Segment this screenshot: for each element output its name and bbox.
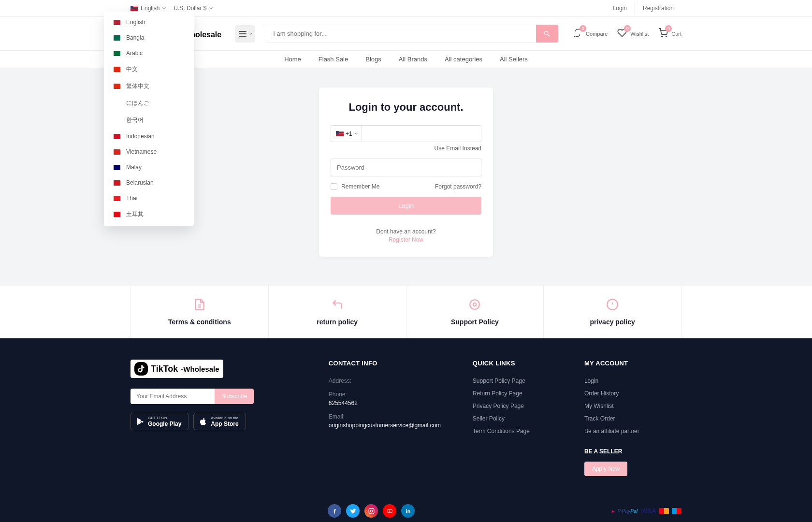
language-option[interactable]: 한국어 xyxy=(104,112,194,129)
login-link[interactable]: Login xyxy=(605,3,635,14)
google-play-top: GET IT ON xyxy=(148,416,167,420)
instagram-link[interactable] xyxy=(364,504,378,518)
language-option[interactable]: 繁体中文 xyxy=(104,78,194,95)
subscribe-button[interactable]: Subscribe xyxy=(215,389,254,404)
wishlist-label: Wishlist xyxy=(630,31,649,37)
policy-label: return policy xyxy=(274,318,401,326)
footer-link[interactable]: My Wishlist xyxy=(584,403,682,409)
language-option-label: 土耳其 xyxy=(126,210,144,218)
google-play-button[interactable]: GET IT ONGoogle Play xyxy=(130,413,188,430)
categories-toggle[interactable] xyxy=(235,25,255,43)
footer-link[interactable]: Privacy Policy Page xyxy=(473,403,570,409)
nav-link[interactable]: Blogs xyxy=(365,56,381,63)
footer-link[interactable]: Return Policy Page xyxy=(473,390,570,397)
wishlist-count-badge: 0 xyxy=(624,25,631,32)
wishlist-action[interactable]: 0 Wishlist xyxy=(617,28,649,39)
language-option[interactable]: Belarusian xyxy=(104,175,194,190)
bkash-icon: ▸ xyxy=(612,507,614,515)
language-selector[interactable]: English xyxy=(130,5,165,12)
use-email-link[interactable]: Use Email Instead xyxy=(331,145,481,152)
visa-icon: VISA xyxy=(640,507,656,515)
remember-label: Remember Me xyxy=(341,183,379,190)
language-option-label: Vietnamese xyxy=(126,148,157,155)
payment-methods: ▸ P PayPal VISA xyxy=(612,507,682,515)
newsletter-input[interactable] xyxy=(130,389,215,404)
language-option[interactable]: Malay xyxy=(104,160,194,175)
policy-icon xyxy=(411,298,539,312)
language-option[interactable]: Vietnamese xyxy=(104,144,194,160)
language-option-label: Belarusian xyxy=(126,179,154,186)
footer-link[interactable]: Track Order xyxy=(584,415,682,422)
maestro-icon xyxy=(672,508,682,514)
footer-logo-brand: TikTok xyxy=(151,364,178,374)
currency-selector[interactable]: U.S. Dollar $ xyxy=(174,5,212,12)
flag-icon xyxy=(114,180,120,186)
checkbox-icon xyxy=(331,183,337,190)
facebook-link[interactable] xyxy=(328,504,341,518)
language-option[interactable]: English xyxy=(104,14,194,30)
chevron-down-icon xyxy=(249,31,253,35)
app-store-button[interactable]: Available on theApp Store xyxy=(193,413,246,430)
footer-link[interactable]: Order History xyxy=(584,390,682,397)
no-account-text: Dont have an account? xyxy=(331,228,481,235)
language-option-label: Indonesian xyxy=(126,133,155,140)
linkedin-link[interactable] xyxy=(401,504,415,518)
language-option[interactable]: Indonesian xyxy=(104,129,194,144)
nav-link[interactable]: All Brands xyxy=(399,56,427,63)
cart-label: Cart xyxy=(671,31,682,37)
footer-logo[interactable]: TikTok-Wholesale xyxy=(130,360,223,378)
facebook-icon xyxy=(332,508,338,514)
cart-action[interactable]: 0 Cart xyxy=(658,28,682,39)
country-code-selector[interactable]: +1 xyxy=(331,125,362,142)
be-seller-heading: BE A SELLER xyxy=(584,448,682,455)
footer-link[interactable]: Term Conditions Page xyxy=(473,428,570,435)
policy-card[interactable]: Terms & conditions xyxy=(130,286,269,338)
policy-card[interactable]: privacy policy xyxy=(544,286,682,338)
forgot-password-link[interactable]: Forgot password? xyxy=(435,183,481,190)
footer-link[interactable]: Seller Policy xyxy=(473,415,570,422)
registration-link[interactable]: Registration xyxy=(635,3,682,14)
flag-icon xyxy=(114,84,120,89)
account-heading: MY ACCOUNT xyxy=(584,360,682,367)
language-option[interactable]: Arabic xyxy=(104,45,194,61)
apple-icon xyxy=(199,417,207,426)
flag-icon xyxy=(114,67,120,72)
footer-link[interactable]: Support Policy Page xyxy=(473,377,570,384)
quick-links-heading: QUICK LINKS xyxy=(473,360,570,367)
login-button[interactable]: Login xyxy=(331,197,481,215)
remember-checkbox[interactable]: Remember Me xyxy=(331,183,379,190)
nav-link[interactable]: All Sellers xyxy=(500,56,528,63)
phone-label: Phone: xyxy=(329,391,458,398)
language-option[interactable]: Bangla xyxy=(104,30,194,45)
search-input[interactable] xyxy=(266,25,536,43)
language-option[interactable]: Thai xyxy=(104,190,194,206)
compare-count-badge: 0 xyxy=(580,25,586,32)
search-button[interactable] xyxy=(536,25,558,43)
register-link[interactable]: Register Now xyxy=(331,236,481,243)
flag-icon xyxy=(114,212,120,217)
svg-point-5 xyxy=(473,303,477,306)
language-option-label: Arabic xyxy=(126,50,143,57)
footer-link[interactable]: Be an affiliate partner xyxy=(584,428,682,435)
flag-icon xyxy=(114,165,120,170)
password-input[interactable] xyxy=(331,159,481,176)
language-option-label: Bangla xyxy=(126,34,144,41)
language-option[interactable]: にほんご xyxy=(104,95,194,112)
youtube-link[interactable] xyxy=(383,504,396,518)
address-label: Address: xyxy=(329,377,458,384)
language-option-label: Malay xyxy=(126,164,142,171)
phone-input[interactable] xyxy=(362,125,481,142)
language-option[interactable]: 中文 xyxy=(104,61,194,78)
apply-now-button[interactable]: Apply Now xyxy=(584,462,627,476)
compare-action[interactable]: 0 Compare xyxy=(573,28,608,39)
svg-point-1 xyxy=(666,36,667,37)
nav-link[interactable]: Home xyxy=(284,56,301,63)
nav-link[interactable]: Flash Sale xyxy=(319,56,348,63)
footer-link[interactable]: Login xyxy=(584,377,682,384)
twitter-link[interactable] xyxy=(346,504,360,518)
nav-link[interactable]: All categories xyxy=(445,56,482,63)
google-play-icon xyxy=(136,417,145,426)
policy-card[interactable]: return policy xyxy=(269,286,406,338)
policy-card[interactable]: Support Policy xyxy=(406,286,544,338)
language-option[interactable]: 土耳其 xyxy=(104,206,194,223)
